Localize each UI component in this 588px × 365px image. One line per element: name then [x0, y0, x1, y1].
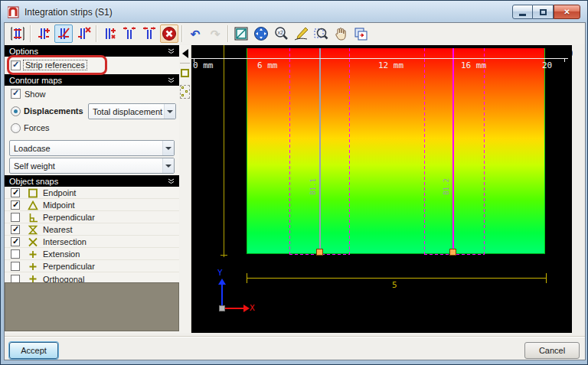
delete-strip-icon [76, 26, 91, 41]
toolbar-separator [30, 25, 31, 42]
loadcase-type-dropdown[interactable]: Loadcase [9, 140, 175, 156]
contour-maps-section-header[interactable]: Contour maps [5, 74, 179, 86]
zoom-dynamic-icon [253, 26, 269, 41]
snap-row-nearest[interactable]: Nearest [5, 224, 179, 236]
strip-base-marker[interactable] [449, 249, 456, 256]
zoom-window-button[interactable] [312, 24, 330, 43]
edit-strip-icon [56, 26, 71, 41]
snap-label: Nearest [43, 225, 73, 234]
pan-hand-icon [333, 26, 348, 41]
delete-strip-button[interactable] [74, 24, 93, 43]
zoom-window-icon [313, 26, 328, 41]
ruler-label: 20 [542, 60, 552, 70]
undo-icon: ↶ [191, 28, 201, 40]
x-axis-label: X [250, 303, 255, 313]
new-strip-button[interactable] [34, 24, 53, 43]
collapse-panel-arrow-icon[interactable] [182, 49, 188, 58]
zoom-x2-icon: x2 [273, 26, 289, 41]
draw-line-button[interactable] [292, 24, 310, 43]
forces-label: Forces [24, 123, 50, 132]
snap-row-extension[interactable]: Extension [5, 249, 179, 260]
options-sidebar: Options Strip references Contour maps Sh… [5, 45, 179, 333]
model-view-canvas[interactable]: B1.1 B1.2 0 mm 6 mm 12 mm 16 mm 20 5 Y X [191, 45, 572, 333]
undo-button[interactable]: ↶ [186, 24, 204, 43]
object-snaps-section-title: Object snaps [9, 177, 58, 186]
options-section-header[interactable]: Options [5, 45, 179, 57]
close-button[interactable]: ✕ [554, 5, 580, 19]
snap-row-midpoint[interactable]: Midpoint [5, 200, 179, 211]
x-axis-arrowhead [243, 305, 250, 312]
cancel-button[interactable]: Cancel [524, 342, 580, 359]
zoom-extents-button[interactable] [232, 24, 250, 43]
object-snaps-section-header[interactable]: Object snaps [5, 175, 179, 187]
insert-strip-point-icon [102, 26, 117, 41]
snap-endpoint-indicator-icon[interactable] [181, 69, 189, 77]
define-strips-icon [10, 26, 25, 41]
pan-hand-button[interactable] [332, 24, 350, 43]
show-checkbox[interactable] [11, 89, 21, 99]
extension-checkbox[interactable] [11, 249, 20, 259]
displacement-type-dropdown[interactable]: Total displacement [88, 103, 176, 119]
show-label: Show [24, 90, 46, 99]
dimension-value-label: 5 [392, 280, 397, 290]
strip-name-label: B1.1 [309, 178, 317, 195]
toolbar-separator [96, 25, 97, 42]
maximize-icon [540, 9, 547, 15]
titlebar[interactable]: Integration strips (S1) ✕ [2, 2, 586, 22]
ruler-label: 12 mm [378, 60, 403, 70]
ruler-label: 16 mm [461, 60, 486, 70]
merge-strips-button[interactable] [120, 24, 139, 43]
snap-row-endpoint[interactable]: Endpoint [5, 187, 179, 199]
zoom-x2-button[interactable]: x2 [272, 24, 290, 43]
minimize-button[interactable] [512, 5, 533, 19]
collapse-chevron-icon [168, 178, 175, 184]
loadcase-value-dropdown[interactable]: Self weight [9, 158, 175, 174]
ruler-label: 0 mm [193, 60, 214, 70]
displacements-radio[interactable] [11, 106, 21, 116]
edit-strip-button[interactable] [54, 24, 73, 43]
strip-references-label: Strip references [24, 60, 87, 70]
loadcase-value: Self weight [14, 161, 55, 171]
perpendicular-checkbox[interactable] [11, 213, 20, 222]
snap-row-perpendicular[interactable]: Perpendicular [5, 212, 179, 223]
contour-map-gradient [247, 48, 545, 254]
forces-radio[interactable] [11, 123, 21, 133]
insert-strip-point-button[interactable] [100, 24, 119, 43]
redo-button[interactable]: ↷ [206, 24, 224, 43]
intersection-x-icon [28, 237, 38, 247]
integration-strip-line-2[interactable] [452, 48, 454, 253]
split-strips-button[interactable] [140, 24, 158, 43]
strip-references-checkbox[interactable] [11, 60, 21, 70]
cancel-stop-button[interactable] [160, 24, 178, 43]
integration-strip-line-1[interactable] [319, 48, 321, 253]
collapse-chevron-icon [168, 77, 175, 83]
define-strips-button[interactable] [8, 24, 27, 43]
nearest-checkbox[interactable] [11, 225, 20, 234]
intersection-checkbox[interactable] [11, 237, 20, 246]
preview-placeholder [5, 282, 179, 331]
midpoint-checkbox[interactable] [11, 200, 20, 210]
accept-button[interactable]: Accept [9, 342, 58, 359]
dialog-client: ↶ ↷ [4, 22, 586, 360]
toolbar-separator [181, 25, 183, 42]
copy-view-button[interactable] [351, 24, 370, 43]
dimension-tick [247, 273, 247, 283]
strip-boundary-dashed-line [289, 48, 290, 255]
zoom-extents-icon [234, 26, 249, 41]
options-section-title: Options [9, 47, 38, 56]
dimension-line [247, 278, 547, 279]
perpendicular2-checkbox[interactable] [11, 262, 20, 271]
strip-base-marker[interactable] [316, 249, 323, 256]
nearest-hourglass-icon [28, 225, 38, 235]
contour-maps-section-title: Contour maps [9, 76, 62, 85]
plus-icon [28, 249, 38, 259]
zoom-dynamic-button[interactable] [252, 24, 270, 43]
endpoint-checkbox[interactable] [11, 188, 20, 197]
y-axis-arrowhead [218, 279, 226, 285]
snap-row-perpendicular2[interactable]: Perpendicular [5, 261, 179, 272]
grid-settings-icon[interactable] [180, 85, 190, 99]
snap-row-intersection[interactable]: Intersection [5, 236, 179, 248]
redo-icon: ↷ [211, 28, 220, 40]
maximize-button[interactable] [533, 5, 554, 19]
minimize-icon [519, 14, 526, 16]
